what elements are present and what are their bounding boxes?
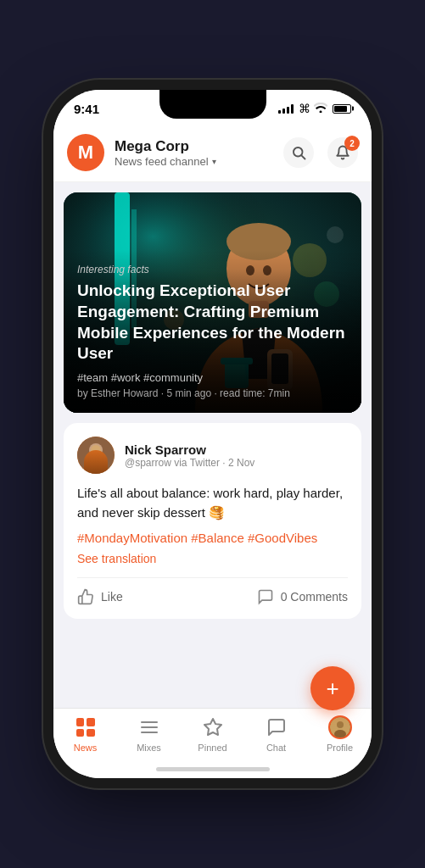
fab-add-button[interactable]: + bbox=[310, 666, 355, 710]
post-avatar bbox=[77, 437, 115, 474]
tab-news[interactable]: News bbox=[53, 715, 117, 753]
svg-point-21 bbox=[84, 459, 108, 474]
search-icon bbox=[291, 145, 306, 160]
phone-frame: 9:41 ⌘ M bbox=[53, 90, 372, 778]
battery-icon bbox=[333, 104, 351, 114]
tab-profile[interactable]: Profile bbox=[308, 715, 372, 753]
article-title: Unlocking Exceptional User Engagement: C… bbox=[77, 281, 348, 364]
article-time: 5 min ago bbox=[166, 387, 211, 399]
pinned-tab-label: Pinned bbox=[198, 743, 226, 753]
pinned-icon bbox=[201, 715, 225, 739]
svg-line-1 bbox=[301, 155, 305, 159]
post-header: Nick Sparrow @sparrow via Twitter · 2 No… bbox=[77, 437, 348, 474]
see-translation-button[interactable]: See translation bbox=[77, 552, 348, 565]
mixes-tab-label: Mixes bbox=[137, 743, 161, 753]
app-header: M Mega Corp News feed channel ▾ bbox=[53, 127, 372, 182]
header-info: Mega Corp News feed channel ▾ bbox=[115, 138, 216, 168]
company-logo[interactable]: M bbox=[67, 134, 104, 171]
header-left: M Mega Corp News feed channel ▾ bbox=[67, 134, 216, 171]
status-time: 9:41 bbox=[74, 102, 99, 116]
signal-icon bbox=[278, 104, 294, 114]
header-actions: 2 bbox=[283, 137, 358, 168]
channel-name: News feed channel bbox=[115, 155, 209, 168]
home-indicator bbox=[156, 767, 270, 771]
like-icon bbox=[77, 588, 94, 605]
comments-label: 0 Comments bbox=[281, 590, 348, 604]
company-name: Mega Corp bbox=[115, 138, 216, 155]
avatar-illustration bbox=[77, 437, 115, 474]
article-author: by Esther Howard bbox=[77, 387, 158, 399]
featured-overlay: Interesting facts Unlocking Exceptional … bbox=[64, 250, 361, 413]
article-category: Interesting facts bbox=[77, 264, 348, 275]
search-button[interactable] bbox=[283, 137, 314, 168]
status-icons: ⌘ bbox=[278, 102, 351, 115]
chevron-down-icon: ▾ bbox=[212, 157, 216, 166]
svg-point-22 bbox=[91, 445, 101, 455]
tab-mixes[interactable]: Mixes bbox=[117, 715, 181, 753]
article-meta: by Esther Howard · 5 min ago · read time… bbox=[77, 387, 348, 399]
notch bbox=[159, 90, 266, 119]
profile-avatar bbox=[328, 715, 352, 739]
tab-pinned[interactable]: Pinned bbox=[181, 715, 244, 753]
chat-tab-label: Chat bbox=[266, 743, 286, 753]
featured-article-card[interactable]: Interesting facts Unlocking Exceptional … bbox=[64, 192, 361, 413]
post-handle: @sparrow via Twitter · 2 Nov bbox=[125, 457, 254, 469]
notification-badge: 2 bbox=[344, 136, 360, 151]
status-bar: 9:41 ⌘ bbox=[53, 90, 372, 127]
comments-button[interactable]: 0 Comments bbox=[257, 588, 348, 605]
post-hashtags[interactable]: #MondayMotivation #Balance #GoodVibes bbox=[77, 531, 348, 545]
like-button[interactable]: Like bbox=[77, 588, 123, 605]
article-read-time: read time: 7min bbox=[220, 387, 290, 399]
article-tags: #team #work #community bbox=[77, 371, 348, 384]
chat-icon bbox=[265, 715, 288, 739]
like-label: Like bbox=[101, 590, 123, 604]
post-username: Nick Sparrow bbox=[125, 442, 254, 457]
profile-tab-label: Profile bbox=[327, 743, 353, 753]
tab-chat[interactable]: Chat bbox=[244, 715, 308, 753]
mixes-icon bbox=[137, 715, 161, 739]
post-actions: Like 0 Comments bbox=[77, 577, 348, 605]
post-user-info: Nick Sparrow @sparrow via Twitter · 2 No… bbox=[125, 442, 254, 469]
svg-point-19 bbox=[77, 437, 115, 474]
svg-point-27 bbox=[337, 721, 344, 728]
comment-icon bbox=[257, 588, 274, 605]
news-icon bbox=[74, 715, 98, 739]
post-card: Nick Sparrow @sparrow via Twitter · 2 No… bbox=[64, 423, 361, 619]
news-tab-label: News bbox=[74, 743, 98, 753]
post-body: Life's all about balance: work hard, pla… bbox=[77, 484, 348, 522]
channel-selector[interactable]: News feed channel ▾ bbox=[115, 155, 216, 168]
wifi-icon: ⌘ bbox=[299, 102, 327, 115]
profile-icon bbox=[328, 715, 352, 739]
main-content: Interesting facts Unlocking Exceptional … bbox=[53, 182, 372, 723]
notifications-button[interactable]: 2 bbox=[327, 137, 358, 168]
